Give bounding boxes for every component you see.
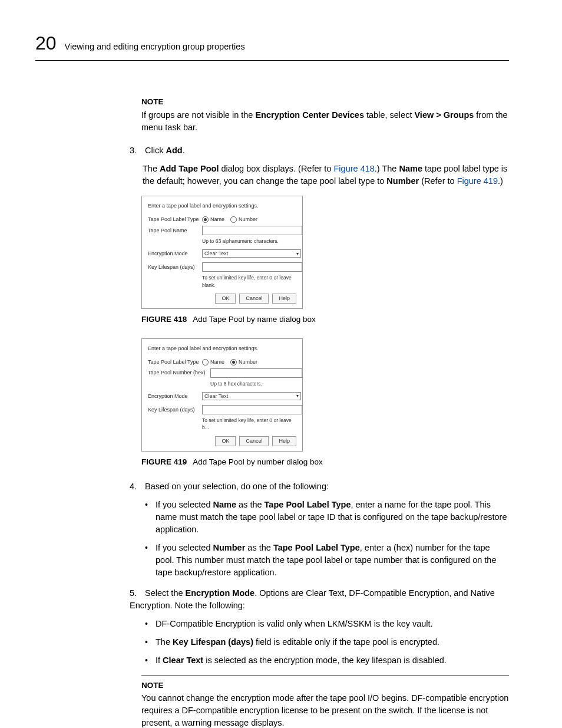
list-item: If Clear Text is selected as the encrypt… bbox=[143, 654, 509, 667]
radio-number[interactable]: Number bbox=[230, 216, 257, 223]
list-item: DF-Compatible Encryption is valid only w… bbox=[143, 618, 509, 630]
key-lifespan-label: Key Lifespan (days) bbox=[148, 406, 202, 414]
help-button[interactable]: Help bbox=[272, 294, 296, 304]
note-heading: NOTE bbox=[141, 96, 509, 108]
text: dialog box displays. (Refer to bbox=[219, 164, 333, 173]
step-number: 4. bbox=[130, 480, 143, 493]
note-block: NOTE You cannot change the encryption mo… bbox=[141, 676, 509, 729]
text: The bbox=[143, 164, 160, 173]
radio-dot-icon bbox=[202, 359, 209, 365]
bold-text: Number bbox=[386, 176, 419, 186]
text: If you selected bbox=[156, 543, 213, 552]
add-tape-pool-name-dialog: Enter a tape pool label and encryption s… bbox=[141, 196, 303, 309]
ok-button[interactable]: OK bbox=[215, 294, 236, 304]
list-item: The Key Lifespan (days) field is editabl… bbox=[143, 636, 509, 648]
radio-name[interactable]: Name bbox=[202, 216, 224, 223]
note-text: You cannot change the encryption mode af… bbox=[141, 692, 509, 728]
dialog-intro: Enter a tape pool label and encryption s… bbox=[148, 345, 296, 353]
text: The bbox=[156, 637, 173, 647]
bold-text: Encryption Mode bbox=[186, 588, 255, 598]
chapter-title: Viewing and editing encryption group pro… bbox=[65, 41, 245, 53]
text: field is editable only if the tape pool … bbox=[253, 637, 439, 647]
figure-caption-text: Add Tape Pool by number dialog box bbox=[193, 457, 322, 466]
chevron-down-icon: ▾ bbox=[296, 393, 299, 400]
bold-text: Encryption Center Devices bbox=[255, 110, 364, 120]
select-value: Clear Text bbox=[204, 250, 228, 258]
add-tape-pool-number-dialog: Enter a tape pool label and encryption s… bbox=[141, 338, 303, 452]
figure-link-418[interactable]: Figure 418 bbox=[334, 164, 375, 173]
bold-text: View > Groups bbox=[414, 110, 474, 120]
chapter-number: 20 bbox=[35, 29, 57, 57]
text: (Refer to bbox=[419, 176, 457, 186]
text: as the bbox=[245, 543, 273, 552]
tape-pool-name-input[interactable] bbox=[202, 226, 302, 235]
bold-text: Number bbox=[213, 543, 246, 552]
bold-text: Key Lifespan (days) bbox=[173, 637, 253, 647]
text: .) The bbox=[375, 164, 399, 173]
select-value: Clear Text bbox=[204, 393, 228, 400]
bold-text: Name bbox=[399, 164, 422, 173]
bold-text: Add bbox=[166, 146, 182, 155]
figure-caption-text: Add Tape Pool by name dialog box bbox=[193, 315, 315, 324]
step-text: Select the Encryption Mode. Options are … bbox=[130, 588, 495, 610]
step-number: 3. bbox=[130, 144, 143, 157]
note-text: If groups are not visible in the Encrypt… bbox=[141, 109, 509, 134]
dialog-intro: Enter a tape pool label and encryption s… bbox=[148, 202, 296, 210]
step-number: 5. bbox=[130, 587, 143, 599]
text: . bbox=[183, 146, 185, 155]
step-5: 5. Select the Encryption Mode. Options a… bbox=[130, 587, 509, 667]
bold-text: Add Tape Pool bbox=[160, 164, 219, 173]
bold-text: Clear Text bbox=[163, 655, 203, 665]
label-type-label: Tape Pool Label Type bbox=[148, 358, 202, 366]
note-block: NOTE If groups are not visible in the En… bbox=[141, 96, 509, 134]
radio-dot-icon bbox=[230, 359, 237, 365]
list-item: If you selected Name as the Tape Pool La… bbox=[143, 499, 509, 536]
encryption-mode-label: Encryption Mode bbox=[148, 250, 202, 258]
radio-label: Name bbox=[210, 216, 224, 223]
chevron-down-icon: ▾ bbox=[296, 251, 299, 258]
encryption-mode-select[interactable]: Clear Text ▾ bbox=[202, 392, 301, 400]
text: Select the bbox=[145, 588, 186, 598]
tape-pool-name-label: Tape Pool Name bbox=[148, 227, 202, 235]
step-4: 4. Based on your selection, do one of th… bbox=[130, 480, 509, 579]
text: If groups are not visible in the bbox=[141, 110, 255, 120]
text: If bbox=[156, 655, 163, 665]
figure-link-419[interactable]: Figure 419 bbox=[457, 176, 498, 186]
text: is selected as the encryption mode, the … bbox=[203, 655, 447, 665]
bold-text: Name bbox=[213, 500, 237, 509]
radio-label: Name bbox=[210, 358, 224, 366]
number-hint: Up to 8 hex characters. bbox=[210, 380, 296, 387]
encryption-mode-select[interactable]: Clear Text ▾ bbox=[202, 249, 301, 258]
key-lifespan-input[interactable] bbox=[202, 405, 302, 414]
text: table, select bbox=[364, 110, 414, 120]
figure-418-caption: FIGURE 418Add Tape Pool by name dialog b… bbox=[141, 314, 509, 325]
key-lifespan-input[interactable] bbox=[202, 262, 302, 272]
step-text: Click Add. bbox=[145, 146, 185, 155]
lifespan-hint: To set unlimited key life, enter 0 or le… bbox=[202, 417, 296, 431]
encryption-mode-label: Encryption Mode bbox=[148, 393, 202, 400]
help-button[interactable]: Help bbox=[272, 436, 296, 446]
radio-label: Number bbox=[239, 358, 257, 366]
page-header: 20 Viewing and editing encryption group … bbox=[35, 29, 509, 61]
figure-label: FIGURE 418 bbox=[141, 315, 187, 324]
tape-pool-number-label: Tape Pool Number (hex) bbox=[148, 369, 210, 377]
key-lifespan-label: Key Lifespan (days) bbox=[148, 263, 202, 271]
ok-button[interactable]: OK bbox=[215, 436, 236, 446]
list-item: If you selected Number as the Tape Pool … bbox=[143, 542, 509, 579]
figure-label: FIGURE 419 bbox=[141, 457, 187, 466]
text: .) bbox=[498, 176, 503, 186]
bold-text: Tape Pool Label Type bbox=[273, 543, 360, 552]
tape-pool-number-input[interactable] bbox=[210, 368, 302, 378]
cancel-button[interactable]: Cancel bbox=[239, 294, 269, 304]
figure-419-caption: FIGURE 419Add Tape Pool by number dialog… bbox=[141, 456, 509, 468]
cancel-button[interactable]: Cancel bbox=[239, 436, 269, 446]
radio-name[interactable]: Name bbox=[202, 358, 224, 366]
name-hint: Up to 63 alphanumeric characters. bbox=[202, 238, 296, 245]
step-3: 3. Click Add. The Add Tape Pool dialog b… bbox=[130, 144, 509, 187]
radio-number[interactable]: Number bbox=[230, 358, 257, 366]
radio-dot-icon bbox=[202, 216, 209, 223]
radio-dot-icon bbox=[230, 216, 237, 223]
note-heading: NOTE bbox=[141, 680, 509, 691]
label-type-label: Tape Pool Label Type bbox=[148, 216, 202, 223]
text: as the bbox=[236, 500, 265, 509]
